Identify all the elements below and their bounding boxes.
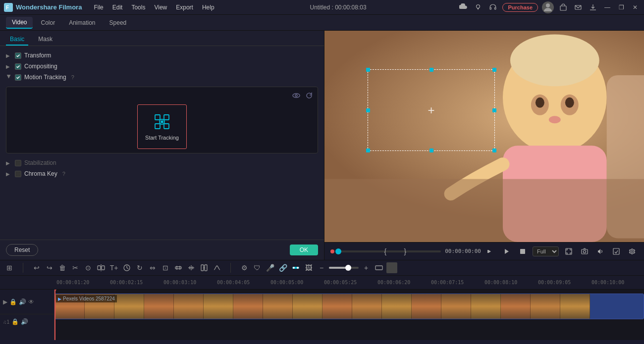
start-tracking-button[interactable]: Start Tracking xyxy=(137,104,187,149)
progress-bar[interactable]: { } xyxy=(338,250,441,252)
zoom-slider-thumb[interactable] xyxy=(345,265,351,271)
corner-mr[interactable] xyxy=(492,108,496,112)
mic-icon[interactable]: 🎤 xyxy=(265,262,275,273)
menu-view[interactable]: View xyxy=(150,3,171,12)
prop-row-transform[interactable]: ▶ Transform xyxy=(0,50,324,61)
trim-button[interactable] xyxy=(173,262,184,273)
eye-track-icon[interactable]: 👁 xyxy=(28,298,34,305)
avatar[interactable] xyxy=(542,1,554,13)
svg-marker-30 xyxy=(505,249,509,254)
prop-row-compositing[interactable]: ▶ Compositing xyxy=(0,61,324,72)
prop-row-chroma-key[interactable]: ▶ Chroma Key ? xyxy=(0,168,324,179)
sub-tab-mask[interactable]: Mask xyxy=(34,34,56,46)
video-frame xyxy=(471,294,501,319)
menu-tools[interactable]: Tools xyxy=(127,3,149,12)
motion-tracking-checkbox[interactable] xyxy=(15,74,21,81)
refresh-icon[interactable] xyxy=(305,91,314,101)
lock-icon[interactable]: 🔒 xyxy=(9,298,17,305)
tab-color[interactable]: Color xyxy=(35,17,61,28)
out-point[interactable]: } xyxy=(404,247,406,255)
prop-row-motion-tracking[interactable]: ▶ Motion Tracking ? xyxy=(0,72,324,83)
audio-button[interactable] xyxy=(594,246,606,257)
download-icon[interactable] xyxy=(588,2,598,13)
play-button[interactable] xyxy=(501,246,513,257)
copy-button[interactable]: ⊙ xyxy=(83,262,94,273)
split-button[interactable] xyxy=(96,262,107,273)
rewind-button[interactable] xyxy=(485,246,497,257)
tab-video[interactable]: Video xyxy=(6,17,33,29)
zoom-slider[interactable] xyxy=(329,267,359,269)
audio-lock-icon[interactable]: 🔒 xyxy=(11,318,19,325)
zoom-out-btn[interactable]: − xyxy=(316,262,327,273)
support-icon[interactable] xyxy=(487,2,498,13)
stop-button[interactable] xyxy=(517,246,529,257)
video-track[interactable]: ▶ Pexels Videos 2587224 xyxy=(54,294,644,319)
settings-gear[interactable]: ⚙ xyxy=(239,262,250,273)
video-frame xyxy=(441,294,471,319)
mirror-button[interactable]: ⇔ xyxy=(147,262,158,273)
video-play-icon[interactable]: ▶ xyxy=(3,298,7,305)
grid-tool[interactable]: ⊞ xyxy=(4,262,15,273)
corner-ml[interactable] xyxy=(366,108,370,112)
svg-rect-45 xyxy=(205,265,207,271)
settings-button[interactable] xyxy=(626,246,638,257)
transform-checkbox[interactable] xyxy=(15,52,21,59)
reset-button[interactable]: Reset xyxy=(6,244,38,256)
mail-icon[interactable] xyxy=(573,2,584,13)
crop-button[interactable]: ⊡ xyxy=(160,262,171,273)
rotate-button[interactable]: ↻ xyxy=(134,262,145,273)
close-button[interactable]: ✕ xyxy=(630,2,640,12)
cut-button[interactable]: ✂ xyxy=(70,262,81,273)
tab-speed[interactable]: Speed xyxy=(104,17,133,28)
motion-tracking-info[interactable]: ? xyxy=(71,74,74,80)
ai-tool[interactable] xyxy=(290,262,301,273)
purchase-button[interactable]: Purchase xyxy=(502,3,538,12)
color-match-tool[interactable] xyxy=(199,262,210,273)
corner-tm[interactable] xyxy=(429,68,433,72)
minimize-button[interactable]: — xyxy=(602,2,612,12)
menu-edit[interactable]: Edit xyxy=(108,3,127,12)
corner-tr[interactable] xyxy=(492,68,496,72)
delete-button[interactable]: 🗑 xyxy=(57,262,68,273)
corner-br[interactable] xyxy=(492,148,496,152)
sub-tab-basic[interactable]: Basic xyxy=(6,34,28,46)
link-icon[interactable]: 🔗 xyxy=(277,262,288,273)
audio-tool[interactable] xyxy=(186,262,197,273)
chroma-key-checkbox[interactable] xyxy=(15,171,21,177)
cloud-icon[interactable] xyxy=(458,2,469,13)
corner-bm[interactable] xyxy=(429,148,433,152)
corner-bl[interactable] xyxy=(366,148,370,152)
chroma-key-info[interactable]: ? xyxy=(62,171,65,177)
sticker-button[interactable] xyxy=(121,262,132,273)
menu-file[interactable]: File xyxy=(90,3,107,12)
menu-export[interactable]: Export xyxy=(172,3,197,12)
shield-icon[interactable]: 🛡 xyxy=(252,262,263,273)
svg-rect-32 xyxy=(566,248,572,254)
stabilization-checkbox[interactable] xyxy=(15,160,21,166)
screenshot-button[interactable] xyxy=(579,246,590,257)
zoom-select[interactable]: Full 75% 50% 25% xyxy=(533,246,559,256)
audio-vol-icon[interactable]: 🔊 xyxy=(21,318,28,325)
corner-tl[interactable] xyxy=(366,68,370,72)
tab-animation[interactable]: Animation xyxy=(63,17,101,28)
fit-screen-button[interactable] xyxy=(563,246,575,257)
tracking-box[interactable]: + xyxy=(368,69,495,151)
text-button[interactable]: T+ xyxy=(108,262,119,273)
prop-row-stabilization[interactable]: ▶ Stabilization xyxy=(0,157,324,168)
maximize-button[interactable]: ❐ xyxy=(616,2,626,12)
image-tool[interactable]: 🖼 xyxy=(303,262,314,273)
fit-timeline-btn[interactable] xyxy=(374,262,384,273)
undo-button[interactable]: ↩ xyxy=(31,262,42,273)
bulb-icon[interactable] xyxy=(473,2,483,13)
speed-ramp-tool[interactable] xyxy=(212,262,222,273)
zoom-in-btn[interactable]: + xyxy=(361,262,372,273)
ok-button[interactable]: OK xyxy=(290,245,318,255)
redo-button[interactable]: ↪ xyxy=(44,262,55,273)
volume-icon[interactable]: 🔊 xyxy=(19,298,26,305)
in-point[interactable]: { xyxy=(384,247,386,255)
store-icon[interactable] xyxy=(558,2,569,13)
eye-icon[interactable] xyxy=(292,91,301,101)
compositing-checkbox[interactable] xyxy=(15,63,21,70)
menu-help[interactable]: Help xyxy=(198,3,218,12)
save-frame-button[interactable] xyxy=(610,246,622,257)
